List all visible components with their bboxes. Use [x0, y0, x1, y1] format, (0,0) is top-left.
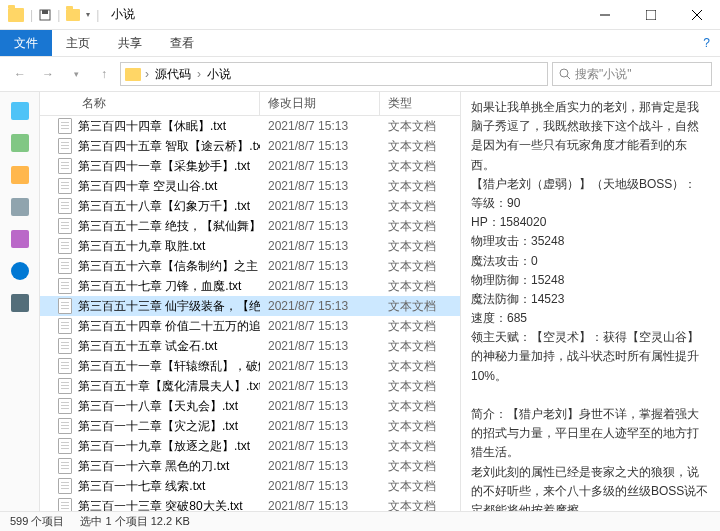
onedrive-icon[interactable]	[11, 262, 29, 280]
text-file-icon	[58, 118, 72, 134]
status-selection: 选中 1 个项目 12.2 KB	[80, 514, 189, 529]
file-row[interactable]: 第三百一十九章【放逐之匙】.txt2021/8/7 15:13文本文档	[40, 436, 460, 456]
file-row[interactable]: 第三百五十章【魔化清晨夫人】.txt2021/8/7 15:13文本文档	[40, 376, 460, 396]
file-row[interactable]: 第三百五十五章 试金石.txt2021/8/7 15:13文本文档	[40, 336, 460, 356]
file-date: 2021/8/7 15:13	[260, 119, 380, 133]
folder-icon	[8, 8, 24, 22]
dropdown-caret[interactable]: ▾	[86, 10, 90, 19]
file-type: 文本文档	[380, 478, 460, 495]
address-bar[interactable]: › 源代码 › 小说	[120, 62, 548, 86]
file-row[interactable]: 第三百一十六章 黑色的刀.txt2021/8/7 15:13文本文档	[40, 456, 460, 476]
file-type: 文本文档	[380, 158, 460, 175]
text-file-icon	[58, 458, 72, 474]
file-row[interactable]: 第三百五十四章 价值二十五万的追杀令.txt2021/8/7 15:13文本文档	[40, 316, 460, 336]
file-name: 第三百五十一章【轩辕缭乱】，破解!.txt	[78, 358, 260, 375]
search-icon	[559, 68, 571, 80]
help-icon[interactable]: ?	[693, 30, 720, 56]
file-name: 第三百五十三章 仙宇级装备，【绝世空…	[78, 298, 260, 315]
file-type: 文本文档	[380, 498, 460, 512]
file-row[interactable]: 第三百五十七章 刀锋，血魔.txt2021/8/7 15:13文本文档	[40, 276, 460, 296]
window-title: 小说	[111, 6, 135, 23]
nav-recent-dropdown[interactable]: ▾	[64, 62, 88, 86]
file-type: 文本文档	[380, 298, 460, 315]
file-type: 文本文档	[380, 118, 460, 135]
file-name: 第三百一十六章 黑色的刀.txt	[78, 458, 229, 475]
text-file-icon	[58, 238, 72, 254]
ribbon-tab-view[interactable]: 查看	[156, 30, 208, 56]
file-row[interactable]: 第三百四十一章【采集妙手】.txt2021/8/7 15:13文本文档	[40, 156, 460, 176]
column-header-type[interactable]: 类型	[380, 92, 460, 115]
file-type: 文本文档	[380, 278, 460, 295]
text-file-icon	[58, 198, 72, 214]
file-type: 文本文档	[380, 398, 460, 415]
file-row[interactable]: 第三百五十一章【轩辕缭乱】，破解!.txt2021/8/7 15:13文本文档	[40, 356, 460, 376]
separator: |	[30, 8, 33, 22]
file-row[interactable]: 第三百四十四章【休眠】.txt2021/8/7 15:13文本文档	[40, 116, 460, 136]
file-row[interactable]: 第三百五十八章【幻象万千】.txt2021/8/7 15:13文本文档	[40, 196, 460, 216]
file-row[interactable]: 第三百五十三章 仙宇级装备，【绝世空…2021/8/7 15:13文本文档	[40, 296, 460, 316]
text-file-icon	[58, 218, 72, 234]
file-row[interactable]: 第三百一十八章【天丸会】.txt2021/8/7 15:13文本文档	[40, 396, 460, 416]
file-row[interactable]: 第三百四十章 空灵山谷.txt2021/8/7 15:13文本文档	[40, 176, 460, 196]
save-icon[interactable]	[39, 9, 51, 21]
ribbon-file-tab[interactable]: 文件	[0, 30, 52, 56]
status-item-count: 599 个项目	[10, 514, 64, 529]
file-name: 第三百五十四章 价值二十五万的追杀令.txt	[78, 318, 260, 335]
desktop-icon[interactable]	[11, 134, 29, 152]
file-row[interactable]: 第三百一十二章【灾之泥】.txt2021/8/7 15:13文本文档	[40, 416, 460, 436]
file-name: 第三百四十一章【采集妙手】.txt	[78, 158, 250, 175]
file-row[interactable]: 第三百一十三章 突破80大关.txt2021/8/7 15:13文本文档	[40, 496, 460, 511]
nav-forward-button[interactable]: →	[36, 62, 60, 86]
file-name: 第三百五十九章 取胜.txt	[78, 238, 205, 255]
file-type: 文本文档	[380, 338, 460, 355]
nav-up-button[interactable]: ↑	[92, 62, 116, 86]
text-file-icon	[58, 378, 72, 394]
file-date: 2021/8/7 15:13	[260, 159, 380, 173]
ribbon-tab-share[interactable]: 共享	[104, 30, 156, 56]
search-input[interactable]: 搜索"小说"	[552, 62, 712, 86]
this-pc-icon[interactable]	[11, 294, 29, 312]
text-file-icon	[58, 138, 72, 154]
folder-icon-small[interactable]	[66, 9, 80, 21]
close-button[interactable]	[674, 0, 720, 30]
text-file-icon	[58, 258, 72, 274]
file-date: 2021/8/7 15:13	[260, 339, 380, 353]
column-header-date[interactable]: 修改日期	[260, 92, 380, 115]
file-name: 第三百一十七章 线索.txt	[78, 478, 205, 495]
nav-back-button[interactable]: ←	[8, 62, 32, 86]
file-type: 文本文档	[380, 438, 460, 455]
minimize-button[interactable]	[582, 0, 628, 30]
file-type: 文本文档	[380, 458, 460, 475]
file-row[interactable]: 第三百四十五章 智取【途云桥】.txt2021/8/7 15:13文本文档	[40, 136, 460, 156]
svg-point-6	[560, 69, 568, 77]
file-row[interactable]: 第三百五十六章【信条制约】之主，佐…2021/8/7 15:13文本文档	[40, 256, 460, 276]
ribbon-tab-home[interactable]: 主页	[52, 30, 104, 56]
quick-access-icon[interactable]	[11, 102, 29, 120]
file-row[interactable]: 第三百一十七章 线索.txt2021/8/7 15:13文本文档	[40, 476, 460, 496]
chevron-right-icon[interactable]: ›	[197, 67, 201, 81]
file-name: 第三百五十八章【幻象万千】.txt	[78, 198, 250, 215]
pictures-icon[interactable]	[11, 230, 29, 248]
text-file-icon	[58, 318, 72, 334]
file-list[interactable]: 第三百四十四章【休眠】.txt2021/8/7 15:13文本文档第三百四十五章…	[40, 116, 460, 511]
documents-icon[interactable]	[11, 198, 29, 216]
breadcrumb-item[interactable]: 源代码	[153, 66, 193, 83]
file-date: 2021/8/7 15:13	[260, 279, 380, 293]
file-date: 2021/8/7 15:13	[260, 319, 380, 333]
text-file-icon	[58, 298, 72, 314]
chevron-right-icon[interactable]: ›	[145, 67, 149, 81]
downloads-icon[interactable]	[11, 166, 29, 184]
file-name: 第三百一十九章【放逐之匙】.txt	[78, 438, 250, 455]
file-date: 2021/8/7 15:13	[260, 399, 380, 413]
file-date: 2021/8/7 15:13	[260, 179, 380, 193]
file-date: 2021/8/7 15:13	[260, 199, 380, 213]
file-row[interactable]: 第三百五十九章 取胜.txt2021/8/7 15:13文本文档	[40, 236, 460, 256]
breadcrumb-item[interactable]: 小说	[205, 66, 233, 83]
text-file-icon	[58, 338, 72, 354]
maximize-button[interactable]	[628, 0, 674, 30]
column-header-name[interactable]: 名称	[40, 92, 260, 115]
folder-icon	[125, 68, 141, 81]
file-row[interactable]: 第三百五十二章 绝技，【弑仙舞】.txt2021/8/7 15:13文本文档	[40, 216, 460, 236]
file-name: 第三百一十八章【天丸会】.txt	[78, 398, 238, 415]
file-name: 第三百五十二章 绝技，【弑仙舞】.txt	[78, 218, 260, 235]
